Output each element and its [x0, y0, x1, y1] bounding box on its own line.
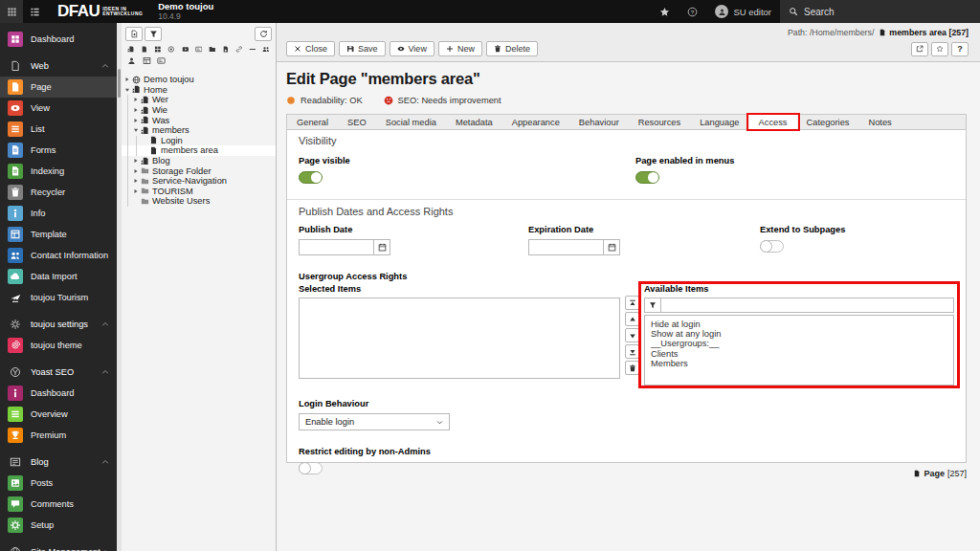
drag-new-page-user-icon[interactable] [127, 45, 135, 54]
filter-funnel-icon[interactable] [644, 298, 660, 313]
user-menu[interactable]: SU editor [706, 0, 780, 23]
tab-resources[interactable]: Resources [629, 115, 690, 129]
doc-help-icon[interactable]: ? [951, 42, 969, 56]
tree-node-storage-folder[interactable]: Storage Folder [122, 165, 276, 176]
drag-new-page-icon[interactable] [141, 45, 148, 54]
available-items-filter-input[interactable] [660, 298, 954, 313]
tree-node-members[interactable]: members [122, 125, 276, 136]
tab-metadata[interactable]: Metadata [446, 115, 502, 129]
tree-node-tourism[interactable]: TOURISM [122, 187, 276, 197]
sidebar-item-toujou-tourism[interactable]: toujou Tourism [0, 287, 117, 308]
tab-language[interactable]: Language [690, 115, 748, 129]
expiration-date-input[interactable] [528, 239, 603, 255]
search-input[interactable]: Search [780, 0, 980, 23]
sidebar-item-premium[interactable]: Premium [0, 425, 117, 446]
available-item[interactable]: __Usergroups:__ [645, 339, 953, 348]
move-to-top-button[interactable] [625, 296, 639, 310]
tab-notes[interactable]: Notes [858, 115, 901, 129]
view-button[interactable]: View [390, 41, 434, 56]
calendar-icon[interactable] [603, 239, 620, 255]
drag-new-link-icon[interactable] [235, 45, 243, 54]
drag-new-users-icon[interactable] [262, 45, 270, 54]
filter-tree-button[interactable] [145, 27, 162, 41]
sidebar-item-recycler[interactable]: Recycler [0, 182, 117, 203]
sidebar-item-overview[interactable]: Overview [0, 404, 117, 425]
sidebar-item-indexing[interactable]: Indexing [0, 161, 117, 182]
tree-expand-icon[interactable] [132, 118, 140, 123]
page-enabled-toggle[interactable] [635, 171, 659, 184]
sidebar-item-page[interactable]: Page [0, 77, 117, 98]
tab-general[interactable]: General [287, 115, 338, 129]
tree-node-login[interactable]: Login [122, 136, 276, 146]
tab-access[interactable]: Access [749, 115, 797, 129]
tree-expand-icon[interactable] [132, 158, 140, 164]
module-menu-toggle-icon[interactable] [0, 0, 23, 23]
calendar-icon[interactable] [373, 239, 390, 255]
sidebar-section-blog[interactable]: Blog [0, 452, 117, 473]
tree-expand-icon[interactable] [132, 188, 140, 194]
move-up-button[interactable] [625, 312, 639, 326]
drag-new-backend-layout-icon[interactable] [143, 56, 151, 65]
navigation-toggle-icon[interactable] [23, 0, 46, 23]
selected-items-box[interactable] [299, 298, 620, 379]
favorite-star-icon[interactable] [931, 42, 948, 56]
tab-social-media[interactable]: Social media [376, 115, 446, 129]
tree-node-service-navigation[interactable]: Service-Navigation [122, 176, 276, 187]
tab-categories[interactable]: Categories [797, 115, 859, 129]
available-item[interactable]: Show at any login [645, 329, 953, 339]
drag-new-divider-icon[interactable] [249, 45, 256, 54]
drag-new-badge-icon[interactable] [167, 45, 175, 54]
sidebar-item-list[interactable]: List [0, 119, 117, 140]
drag-new-folder-icon[interactable] [209, 45, 216, 54]
sidebar-item-dashboard[interactable]: Dashboard [0, 383, 117, 404]
move-down-button[interactable] [625, 328, 639, 342]
tree-expand-icon[interactable] [132, 168, 140, 174]
sidebar-section-web[interactable]: Web [0, 55, 117, 77]
drag-new-grid-icon[interactable] [154, 45, 162, 54]
restrict-editing-toggle[interactable] [299, 462, 323, 474]
drag-new-card-icon[interactable] [157, 56, 166, 65]
tree-expand-icon[interactable] [132, 127, 140, 133]
save-button[interactable]: Save [339, 41, 386, 56]
tree-node-members-area[interactable]: members area [122, 145, 276, 156]
splitter-handle[interactable] [118, 69, 121, 98]
publish-date-input[interactable] [299, 239, 373, 255]
dfau-logo[interactable]: DFAU IDEEN IN ENTWICKLUNG [57, 2, 143, 21]
refresh-tree-button[interactable] [255, 27, 272, 41]
tree-node-was[interactable]: Was [122, 115, 276, 125]
delete-button[interactable]: Delete [486, 41, 538, 56]
available-item[interactable]: Hide at login [645, 320, 953, 329]
move-to-bottom-button[interactable] [625, 344, 639, 359]
remove-item-button[interactable] [625, 361, 639, 375]
open-in-new-window-icon[interactable] [911, 42, 928, 56]
tree-node-website-users[interactable]: Website Users [122, 196, 276, 207]
new-page-button[interactable] [125, 27, 143, 41]
sidebar-section-toujou-settings[interactable]: toujou settings [0, 314, 117, 335]
tree-expand-icon[interactable] [132, 178, 140, 184]
bookmark-star-icon[interactable] [651, 0, 679, 23]
sidebar-item-forms[interactable]: Forms [0, 140, 117, 161]
sidebar-item-dashboard[interactable]: Dashboard [0, 29, 117, 50]
tree-expand-icon[interactable] [123, 87, 131, 93]
sidebar-item-contact-information[interactable]: Contact Information [0, 245, 117, 266]
sidebar-item-comments[interactable]: Comments [0, 494, 117, 515]
sidebar-item-view[interactable]: View [0, 98, 117, 119]
drag-new-card-icon[interactable] [195, 45, 203, 54]
tree-node-blog[interactable]: Blog [122, 156, 276, 166]
sidebar-item-info[interactable]: Info [0, 203, 117, 224]
tab-seo[interactable]: SEO [338, 115, 376, 129]
available-item[interactable]: Clients [645, 349, 953, 359]
sidebar-section-site-management[interactable]: Site Management [0, 541, 117, 551]
sidebar-item-data-import[interactable]: Data Import [0, 266, 117, 287]
sidebar-item-template[interactable]: Template [0, 224, 117, 245]
tab-appearance[interactable]: Appearance [502, 115, 569, 129]
close-button[interactable]: Close [286, 41, 335, 56]
tab-behaviour[interactable]: Behaviour [569, 115, 629, 129]
tree-expand-icon[interactable] [132, 107, 140, 113]
sidebar-section-yoast-seo[interactable]: Yoast SEO [0, 362, 117, 383]
sidebar-item-posts[interactable]: Posts [0, 473, 117, 494]
extend-subpages-toggle[interactable] [760, 240, 784, 253]
tree-node-home[interactable]: Home [122, 85, 276, 96]
available-item[interactable]: Members [645, 359, 953, 368]
new-button[interactable]: New [438, 41, 482, 56]
